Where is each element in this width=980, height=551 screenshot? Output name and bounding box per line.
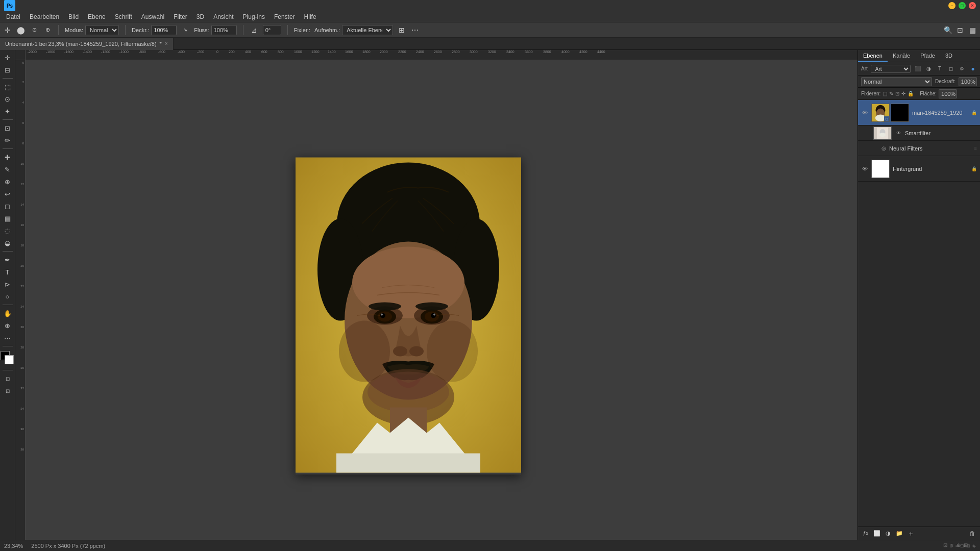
neural-filter-menu[interactable]: ≡ <box>974 145 977 151</box>
menu-ebene[interactable]: Ebene <box>84 12 110 21</box>
crop-tool[interactable]: ⊡ <box>2 122 13 134</box>
winkel-icon[interactable]: ⊿ <box>250 26 259 35</box>
change-screen-tool[interactable]: ⊡ <box>2 385 13 396</box>
h-tick-27: 3400 <box>506 50 514 54</box>
menu-filter[interactable]: Filter <box>169 12 191 21</box>
move-tool[interactable]: ✛ <box>2 52 13 63</box>
eyedropper-tool[interactable]: ✏ <box>2 135 13 146</box>
background-color[interactable] <box>5 355 14 364</box>
lock-transparent-icon[interactable]: ⬚ <box>883 91 887 96</box>
modus-select[interactable]: Normal <box>85 25 119 35</box>
adjust-filter-btn[interactable]: ◑ <box>925 65 933 73</box>
tab-kanaele[interactable]: Kanäle <box>888 50 915 62</box>
opacity-input[interactable] <box>959 77 977 86</box>
shape-filter-btn[interactable]: ◻ <box>947 65 955 73</box>
maximize-button[interactable]: □ <box>959 2 966 9</box>
menu-bild[interactable]: Bild <box>64 12 83 21</box>
menu-schrift[interactable]: Schrift <box>111 12 136 21</box>
filter-type-select[interactable]: Art <box>871 65 911 73</box>
lock-paint-icon[interactable]: ✎ <box>889 91 893 96</box>
menu-bearbeiten[interactable]: Bearbeiten <box>26 12 63 21</box>
lock-artboard-icon[interactable]: ⊡ <box>895 91 899 96</box>
shape-tool[interactable]: ○ <box>2 291 13 302</box>
layer-visibility-hintergrund[interactable]: 👁 <box>861 165 868 172</box>
pen-tool[interactable]: ✒ <box>2 254 13 265</box>
quick-mask-tool[interactable]: ⊡ <box>2 373 13 384</box>
minimize-button[interactable]: − <box>948 2 955 9</box>
menu-auswahl[interactable]: Auswahl <box>137 12 168 21</box>
lock-fill-row: Fixieren: ⬚ ✎ ⊡ ✛ 🔒 Fläche: <box>858 88 980 100</box>
layer-item-hintergrund[interactable]: 👁 Hintergrund 🔒 <box>858 156 980 182</box>
tab-close-btn[interactable]: × <box>165 41 168 46</box>
marquee-tool[interactable]: ⬚ <box>2 81 13 92</box>
search-icon[interactable]: 🔍 <box>943 26 952 35</box>
gradient-tool[interactable]: ▤ <box>2 213 13 224</box>
hand-tool[interactable]: ✋ <box>2 308 13 319</box>
magic-wand-tool[interactable]: ✦ <box>2 106 13 117</box>
lock-all-icon[interactable]: 🔒 <box>908 91 914 96</box>
status-icon-1[interactable]: ⊡ <box>943 542 947 549</box>
winkel-input[interactable]: 0° <box>263 25 281 35</box>
tab-pfade[interactable]: Pfade <box>915 50 940 62</box>
eraser-tool[interactable]: ◻ <box>2 201 13 212</box>
layer-effects-btn[interactable]: ƒx <box>861 529 870 538</box>
new-group-btn[interactable]: 📁 <box>895 529 904 538</box>
panel-icon[interactable]: ▦ <box>968 26 977 35</box>
h-tick-4: -1200 <box>101 50 110 54</box>
add-mask-btn[interactable]: ⬜ <box>872 529 881 538</box>
deckraft-input[interactable]: 100% <box>151 25 177 35</box>
close-button[interactable]: ✕ <box>969 2 976 9</box>
extra-tools-btn[interactable]: ⋯ <box>2 332 13 343</box>
type-tool[interactable]: T <box>2 266 13 278</box>
blend-mode-select[interactable]: Normal <box>861 77 932 86</box>
healing-tool[interactable]: ✚ <box>2 152 13 163</box>
layer-item-man[interactable]: 👁 ◻ <box>858 100 980 126</box>
menu-3d[interactable]: 3D <box>192 12 208 21</box>
add-fill-layer-btn[interactable]: ◑ <box>884 529 893 538</box>
filter-toggle-btn[interactable]: ● <box>969 65 977 73</box>
fill-input[interactable] <box>939 89 957 98</box>
tab-ebenen[interactable]: Ebenen <box>858 50 888 62</box>
menu-fenster[interactable]: Fenster <box>270 12 299 21</box>
menu-hilfe[interactable]: Hilfe <box>300 12 321 21</box>
h-tick-29: 3800 <box>543 50 551 54</box>
pixel-filter-btn[interactable]: ⬛ <box>914 65 922 73</box>
layer-visibility-man[interactable]: 👁 <box>861 109 868 116</box>
delete-layer-btn[interactable]: 🗑 <box>968 529 977 538</box>
h-tick-15: 1000 <box>294 50 302 54</box>
blur-tool[interactable]: ◌ <box>2 225 13 236</box>
h-tick-24: 2800 <box>452 50 460 54</box>
text-filter-btn[interactable]: T <box>936 65 944 73</box>
lock-position-icon[interactable]: ✛ <box>901 91 905 96</box>
history-brush-tool[interactable]: ↩ <box>2 188 13 199</box>
extra-options-icon[interactable]: ⋯ <box>410 26 420 35</box>
artboard-tool[interactable]: ⊟ <box>2 64 13 76</box>
fluss-input[interactable]: 100% <box>211 25 237 35</box>
sublayer-neuralfilters[interactable]: ◎ Neural Filters ≡ <box>858 141 980 156</box>
brush-options-icon[interactable]: ⬤ <box>16 26 26 35</box>
workspace-icon[interactable]: ⊡ <box>955 26 965 35</box>
brush-hardness-icon[interactable]: ⊕ <box>43 26 52 35</box>
symmetry-icon[interactable]: ⊞ <box>397 26 406 35</box>
sublayer-smartfilter[interactable]: 👁 Smartfilter <box>858 126 980 141</box>
menu-plugins[interactable]: Plug-ins <box>239 12 269 21</box>
airbrush-toggle[interactable]: ∿ <box>181 26 190 35</box>
aufnehm-select[interactable]: Aktuelle Ebene <box>342 25 393 35</box>
clone-stamp-tool[interactable]: ⊕ <box>2 176 13 187</box>
canvas-viewport[interactable] <box>26 60 857 540</box>
menu-datei[interactable]: Datei <box>2 12 24 21</box>
title-bar-controls[interactable]: − □ ✕ <box>948 2 976 9</box>
zoom-tool[interactable]: ⊕ <box>2 320 13 331</box>
new-layer-btn[interactable]: ＋ <box>906 529 915 538</box>
path-select-tool[interactable]: ⊳ <box>2 279 13 290</box>
brush-size-icon[interactable]: ⊙ <box>30 26 39 35</box>
dodge-tool[interactable]: ◒ <box>2 237 13 248</box>
move-tool-icon[interactable]: ✛ <box>3 26 12 35</box>
smart-filter-btn[interactable]: ⚙ <box>958 65 966 73</box>
menu-ansicht[interactable]: Ansicht <box>209 12 237 21</box>
smartfilter-visibility[interactable]: 👁 <box>895 130 902 137</box>
brush-tool[interactable]: ✎ <box>2 164 13 175</box>
tab-3d[interactable]: 3D <box>940 50 958 62</box>
document-tab[interactable]: Unbenannt-1 bei 23,3% (man-1845259_1920,… <box>0 38 174 50</box>
lasso-tool[interactable]: ⊙ <box>2 93 13 105</box>
